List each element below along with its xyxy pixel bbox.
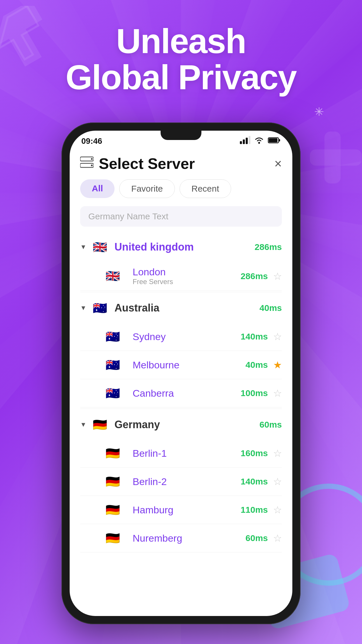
status-time: 09:46 [81, 136, 102, 146]
tabs-row: All Favorite Recent [80, 179, 282, 198]
svg-rect-3 [243, 139, 245, 144]
country-name-germany: Germany [115, 419, 259, 431]
favorite-sydney[interactable]: ☆ [273, 331, 282, 342]
server-melbourne-info: Melbourne [133, 359, 245, 371]
flag-nuremberg: 🇩🇪 [103, 529, 122, 547]
country-uk[interactable]: ▼ 🇬🇧 United kingdom 286ms [80, 232, 282, 262]
server-berlin2[interactable]: 🇩🇪 Berlin-2 140ms ☆ [80, 468, 282, 496]
headline-line1: Unleash [0, 23, 362, 60]
server-melbourne[interactable]: 🇦🇺 Melbourne 40ms ★ [80, 351, 282, 379]
search-placeholder: Germany Name Text [88, 211, 168, 221]
divider-1 [80, 292, 282, 292]
divider-2 [80, 409, 282, 409]
flag-germany: 🇩🇪 [91, 415, 109, 434]
bg-sparkle: ✳ [314, 105, 324, 118]
svg-point-6 [258, 142, 260, 144]
tab-favorite[interactable]: Favorite [119, 179, 175, 198]
tab-all[interactable]: All [80, 179, 115, 198]
latency-uk: 286ms [255, 242, 282, 252]
latency-berlin2: 140ms [241, 477, 268, 487]
close-button[interactable]: × [274, 156, 282, 171]
country-name-uk: United kingdom [115, 241, 255, 253]
svg-rect-9 [269, 138, 277, 142]
flag-berlin1: 🇩🇪 [103, 444, 122, 463]
favorite-melbourne[interactable]: ★ [273, 359, 282, 371]
latency-london: 286ms [241, 271, 268, 281]
select-server-header: Select Server × [80, 149, 282, 179]
svg-rect-4 [246, 138, 248, 144]
server-london[interactable]: 🇬🇧 London Free Servers 286ms ☆ [80, 262, 282, 291]
server-name-sydney: Sydney [133, 331, 241, 342]
page-title: Select Server [99, 155, 195, 172]
latency-sydney: 140ms [241, 332, 268, 342]
search-bar[interactable]: Germany Name Text [80, 206, 282, 227]
server-list-icon [80, 156, 94, 171]
server-hamburg-info: Hamburg [133, 504, 241, 516]
tab-recent[interactable]: Recent [180, 179, 231, 198]
server-berlin2-info: Berlin-2 [133, 476, 241, 487]
favorite-canberra[interactable]: ☆ [273, 387, 282, 399]
flag-melbourne: 🇦🇺 [103, 356, 122, 374]
server-name-canberra: Canberra [133, 388, 241, 399]
battery-icon [268, 136, 281, 146]
server-name-london: London [133, 266, 241, 278]
signal-icon [240, 136, 250, 146]
server-berlin1-info: Berlin-1 [133, 448, 241, 459]
svg-rect-5 [249, 136, 250, 144]
flag-berlin2: 🇩🇪 [103, 472, 122, 491]
favorite-london[interactable]: ☆ [273, 270, 282, 282]
chevron-australia: ▼ [80, 304, 87, 312]
phone-body: 09:46 [61, 123, 301, 624]
svg-point-12 [91, 158, 93, 160]
server-name-berlin2: Berlin-2 [133, 476, 241, 487]
latency-berlin1: 160ms [241, 448, 268, 458]
country-germany[interactable]: ▼ 🇩🇪 Germany 60ms [80, 410, 282, 439]
flag-canberra: 🇦🇺 [103, 384, 122, 402]
svg-rect-1 [310, 149, 362, 166]
chevron-germany: ▼ [80, 421, 87, 428]
flag-australia: 🇦🇺 [91, 299, 109, 317]
headline: Unleash Global Privacy [0, 23, 362, 96]
server-berlin1[interactable]: 🇩🇪 Berlin-1 160ms ☆ [80, 439, 282, 468]
flag-uk: 🇬🇧 [91, 238, 109, 256]
wifi-icon [254, 136, 264, 146]
server-nuremberg-info: Nuremberg [133, 533, 245, 544]
latency-canberra: 100ms [241, 388, 268, 398]
svg-point-13 [91, 164, 93, 166]
country-australia[interactable]: ▼ 🇦🇺 Australia 40ms [80, 293, 282, 323]
favorite-berlin1[interactable]: ☆ [273, 447, 282, 459]
latency-australia: 40ms [259, 303, 282, 313]
latency-melbourne: 40ms [245, 360, 268, 370]
app-content: Select Server × All Favorite Recent Germ… [70, 149, 292, 552]
status-icons [240, 136, 281, 146]
server-sydney[interactable]: 🇦🇺 Sydney 140ms ☆ [80, 323, 282, 351]
svg-rect-8 [279, 139, 280, 141]
server-canberra[interactable]: 🇦🇺 Canberra 100ms ☆ [80, 379, 282, 407]
server-london-info: London Free Servers [133, 266, 241, 286]
server-hamburg[interactable]: 🇩🇪 Hamburg 110ms ☆ [80, 496, 282, 524]
favorite-nuremberg[interactable]: ☆ [273, 532, 282, 544]
server-nuremberg[interactable]: 🇩🇪 Nuremberg 60ms ☆ [80, 524, 282, 552]
headline-line2: Global Privacy [0, 60, 362, 96]
server-canberra-info: Canberra [133, 388, 241, 399]
server-sub-london: Free Servers [133, 278, 241, 286]
latency-germany: 60ms [259, 420, 282, 430]
server-name-melbourne: Melbourne [133, 359, 245, 371]
header-left: Select Server [80, 155, 195, 172]
server-name-nuremberg: Nuremberg [133, 533, 245, 544]
bg-shape-cross [307, 128, 362, 187]
phone-notch [161, 131, 201, 140]
latency-hamburg: 110ms [241, 505, 268, 515]
latency-nuremberg: 60ms [245, 533, 268, 543]
favorite-hamburg[interactable]: ☆ [273, 504, 282, 516]
server-sydney-info: Sydney [133, 331, 241, 342]
phone-mockup: 09:46 [61, 123, 301, 624]
server-name-berlin1: Berlin-1 [133, 448, 241, 459]
phone-screen: 09:46 [70, 131, 292, 616]
favorite-berlin2[interactable]: ☆ [273, 476, 282, 487]
country-name-australia: Australia [115, 302, 259, 314]
server-list: ▼ 🇬🇧 United kingdom 286ms 🇬🇧 London Free… [80, 232, 282, 552]
server-name-hamburg: Hamburg [133, 504, 241, 516]
flag-hamburg: 🇩🇪 [103, 501, 122, 519]
svg-rect-2 [240, 141, 242, 144]
